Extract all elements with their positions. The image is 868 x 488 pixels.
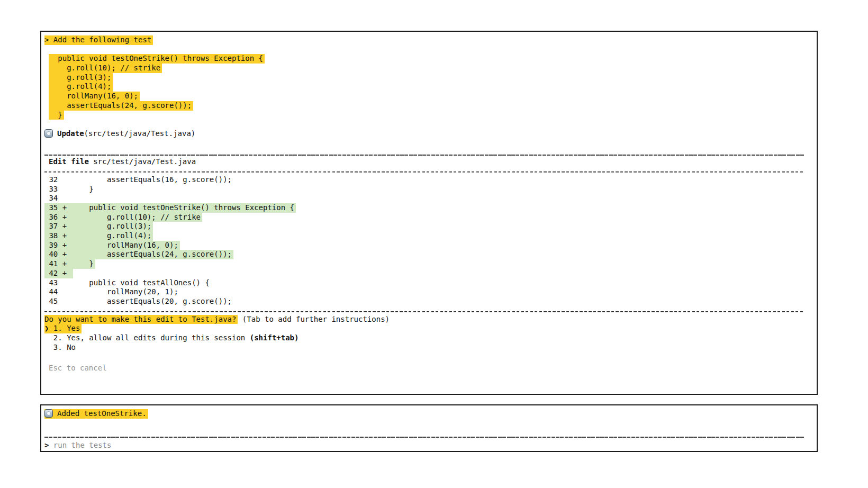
confirm-option-2[interactable]: 2. Yes, allow all edits during this sess…	[44, 333, 804, 343]
tool-bullet-icon	[44, 129, 53, 138]
diff-line-added: 38 + g.roll(4);	[44, 231, 804, 241]
pasted-code-line: public void testOneStrike() throws Excep…	[44, 54, 804, 64]
confirm-option-3[interactable]: 3. No	[44, 343, 804, 353]
divider-solid	[44, 430, 804, 439]
divider-dashed-bottom	[44, 306, 804, 315]
pasted-code-line: assertEquals(24, g.score());	[44, 101, 804, 111]
confirm-options-menu: ❯ 1. Yes 2. Yes, allow all edits during …	[44, 324, 804, 352]
terminal-page: > Add the following test public void tes…	[0, 0, 868, 452]
diff-line-context: 32 assertEquals(16, g.score());	[44, 175, 804, 185]
user-prompt-line: > Add the following test	[44, 35, 804, 45]
diff-line-added: 41 + }	[44, 259, 804, 269]
edit-file-label: Edit file	[49, 157, 89, 166]
tool-call-line: Update(src/test/java/Test.java)	[44, 129, 804, 139]
result-message-text: Added testOneStrike.	[57, 409, 147, 418]
edit-file-path: src/test/java/Test.java	[93, 157, 196, 166]
diff-line-added: 40 + assertEquals(24, g.score());	[44, 250, 804, 259]
tool-bullet-icon	[44, 409, 53, 418]
diff-line-added: 36 + g.roll(10); // strike	[44, 213, 804, 222]
result-panel: Added testOneStrike. > run the tests	[40, 404, 818, 452]
pasted-code-line: }	[44, 111, 804, 120]
result-message-line: Added testOneStrike.	[44, 409, 804, 419]
divider-solid	[44, 148, 804, 157]
pasted-code-line: g.roll(3);	[44, 73, 804, 83]
input-prompt-line[interactable]: > run the tests	[44, 441, 804, 450]
esc-hint: Esc to cancel	[44, 364, 804, 373]
confirm-question: Do you want to make this edit to Test.ja…	[44, 315, 238, 324]
confirm-option-1[interactable]: ❯ 1. Yes	[44, 324, 804, 333]
tool-call-arg: (src/test/java/Test.java)	[84, 129, 196, 138]
confirm-question-hint: (Tab to add further instructions)	[238, 315, 390, 323]
diff-line-added: 35 + public void testOneStrike() throws …	[44, 203, 804, 213]
diff-line-context: 43 public void testAllOnes() {	[44, 278, 804, 288]
user-prompt-text: > Add the following test	[44, 35, 153, 45]
pasted-code-line: rollMany(16, 0);	[44, 92, 804, 101]
diff-line-context: 33 }	[44, 185, 804, 194]
pasted-code-line: g.roll(10); // strike	[44, 64, 804, 73]
diff-line-context: 34	[44, 194, 804, 203]
edit-confirmation-panel: > Add the following test public void tes…	[40, 31, 818, 395]
pasted-code-block: public void testOneStrike() throws Excep…	[44, 54, 804, 120]
diff-block: 32 assertEquals(16, g.score()); 33 } 34 …	[44, 175, 804, 306]
confirm-question-line: Do you want to make this edit to Test.ja…	[44, 315, 804, 324]
input-prompt-text: run the tests	[49, 441, 111, 449]
diff-line-added: 39 + rollMany(16, 0);	[44, 241, 804, 250]
diff-line-context: 44 rollMany(20, 1);	[44, 287, 804, 297]
diff-line-context: 45 assertEquals(20, g.score());	[44, 297, 804, 306]
tool-call-name: Update	[57, 129, 84, 138]
divider-dashed-top	[44, 167, 804, 175]
edit-file-header: Edit file src/test/java/Test.java	[44, 157, 804, 167]
diff-line-added: 42 +	[44, 269, 804, 278]
diff-line-added: 37 + g.roll(3);	[44, 222, 804, 231]
result-message-highlight: Added testOneStrike.	[44, 409, 148, 419]
pasted-code-line: g.roll(4);	[44, 82, 804, 92]
